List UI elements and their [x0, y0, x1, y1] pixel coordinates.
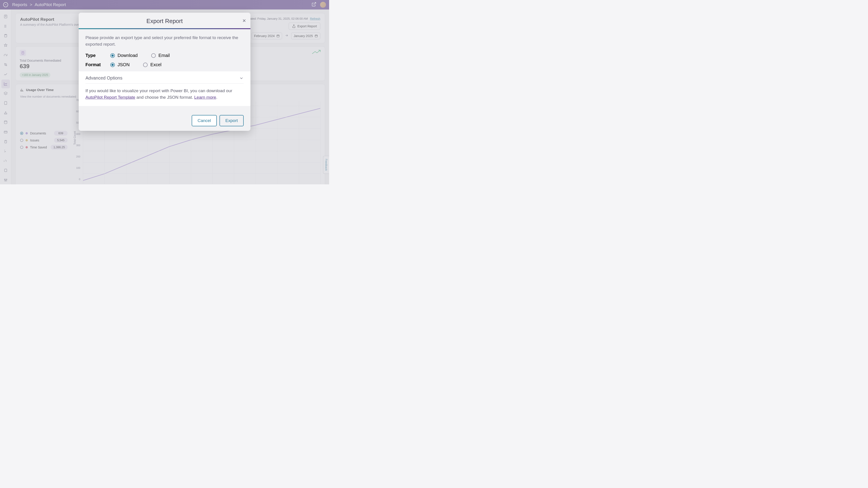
radio-unselected-icon [143, 63, 148, 67]
format-option-json[interactable]: JSON [110, 62, 129, 67]
type-option-download[interactable]: Download [110, 53, 138, 58]
advanced-body-text: If you would like to visualize your repo… [86, 88, 244, 101]
type-option-email[interactable]: Email [151, 53, 170, 58]
type-option-row: Type Download Email [86, 53, 244, 58]
advanced-options-toggle[interactable]: Advanced Options [86, 75, 244, 84]
format-label: Format [86, 62, 110, 67]
format-option-excel[interactable]: Excel [143, 62, 161, 67]
template-link[interactable]: AutoPilot Report Template [86, 95, 135, 100]
format-option-row: Format JSON Excel [86, 62, 244, 67]
close-icon: × [243, 17, 246, 24]
radio-unselected-icon [151, 53, 156, 58]
type-label: Type [86, 53, 110, 58]
export-button[interactable]: Export [219, 115, 244, 126]
export-modal: Export Report × Please provide an export… [79, 13, 250, 131]
radio-selected-icon [110, 63, 115, 67]
learn-more-link[interactable]: Learn more [194, 95, 216, 100]
modal-title: Export Report [86, 18, 244, 25]
cancel-button[interactable]: Cancel [192, 115, 217, 126]
modal-overlay: Export Report × Please provide an export… [0, 0, 329, 184]
close-button[interactable]: × [243, 17, 246, 24]
radio-selected-icon [110, 53, 115, 58]
chevron-down-icon [239, 76, 244, 80]
advanced-title: Advanced Options [86, 75, 122, 80]
modal-intro-text: Please provide an export type and select… [86, 35, 244, 47]
